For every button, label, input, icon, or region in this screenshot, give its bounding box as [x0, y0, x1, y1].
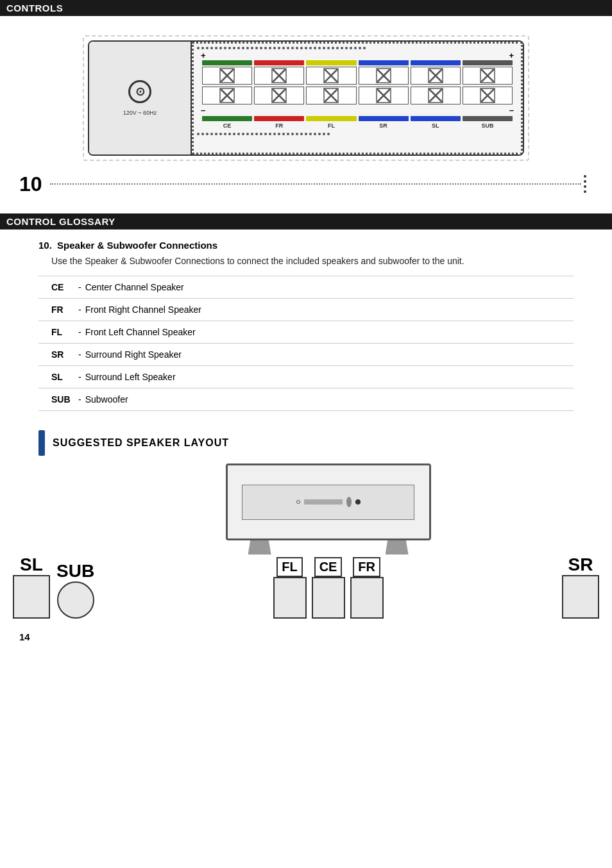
dot — [201, 47, 204, 49]
tv-foot-right — [386, 540, 409, 555]
speaker-connectors-row1 — [197, 67, 518, 85]
item-title: Speaker & Subwoofer Connections — [57, 240, 217, 251]
subitem-dash-sub: - — [78, 394, 81, 405]
channel-sl: SL — [411, 122, 461, 129]
glossary-subitem-fr: FR - Front Right Channel Speaker — [38, 298, 574, 321]
page-10-number: 10 — [19, 174, 42, 194]
color-bar-black — [463, 60, 513, 65]
dot — [327, 133, 330, 135]
dot — [255, 47, 258, 49]
connector-FL-1 — [306, 67, 356, 85]
bottom-dots-row — [197, 131, 518, 137]
plus-right: + — [509, 51, 514, 60]
dot — [228, 133, 231, 135]
dot — [251, 133, 253, 135]
subitem-label-sr: Surround Right Speaker — [85, 349, 182, 360]
tv-bar1 — [304, 499, 343, 505]
sl-speaker: SL — [13, 555, 50, 619]
v-dot — [584, 190, 586, 193]
subitem-dash-sr: - — [78, 349, 81, 360]
minus-right: – — [509, 105, 514, 115]
dot — [300, 133, 303, 135]
connector-CE-2 — [202, 87, 252, 104]
connector-x-icon — [219, 68, 235, 83]
dot — [318, 47, 321, 49]
dot — [233, 47, 235, 49]
dot — [314, 133, 316, 135]
dot — [237, 133, 240, 135]
dot — [309, 133, 312, 135]
connector-x-icon — [271, 88, 287, 103]
dot — [305, 47, 307, 49]
connector-x-icon — [376, 68, 391, 83]
dot — [210, 47, 213, 49]
dot — [300, 47, 303, 49]
connector-FR-1 — [254, 67, 304, 85]
sub-circle — [57, 581, 94, 619]
glossary-subitem-ce: CE - Center Channel Speaker — [38, 276, 574, 298]
color-bar-blue2-bot — [411, 116, 461, 121]
dot — [242, 133, 244, 135]
dot — [278, 47, 280, 49]
dot — [318, 133, 321, 135]
amp-right-panel: + + — [192, 42, 523, 154]
glossary-item-10-title: 10. Speaker & Subwoofer Connections — [38, 240, 574, 251]
sub-speaker: SUB — [56, 561, 94, 619]
page-10-row: 10 — [0, 174, 612, 194]
channel-labels: CE FR FL SR SL SUB — [197, 121, 518, 129]
controls-header: CONTROLS — [0, 0, 612, 16]
connector-x-icon — [376, 88, 391, 103]
v-dot — [584, 185, 586, 188]
color-bar-green-bot — [202, 116, 252, 121]
tv-knob — [346, 497, 352, 507]
dot — [260, 47, 262, 49]
dot — [255, 133, 258, 135]
center-speakers-row: FL CE FR — [273, 557, 384, 619]
connector-SR-1 — [359, 67, 409, 85]
dot — [296, 133, 298, 135]
plus-left: + — [201, 51, 206, 60]
subitem-key-ce: CE — [51, 282, 74, 292]
dot — [269, 133, 271, 135]
connector-x-icon — [428, 88, 443, 103]
sl-label: SL — [20, 555, 43, 575]
color-bar-yellow — [306, 60, 356, 65]
connector-SR-2 — [359, 87, 409, 104]
dotted-line — [50, 183, 581, 185]
fr-speaker: FR — [350, 557, 384, 619]
subitem-label-ce: Center Channel Speaker — [85, 282, 184, 292]
dot — [323, 133, 325, 135]
dot — [291, 133, 294, 135]
voltage-label: 120V ~ 60Hz — [123, 110, 157, 116]
amp-diagram-outer: ⊙ 120V ~ 60Hz + + — [83, 35, 529, 161]
tv-inner — [242, 485, 414, 520]
sr-speaker: SR — [562, 555, 599, 619]
connector-SUB-2 — [463, 87, 513, 104]
subitem-dash-ce: - — [78, 282, 81, 292]
dot — [237, 47, 240, 49]
minus-left: – — [201, 105, 205, 115]
connector-x-icon — [480, 68, 495, 83]
subitem-label-fl: Front Left Channel Speaker — [85, 327, 196, 337]
sl-rect — [13, 575, 50, 619]
dot — [197, 133, 200, 135]
page-14-number: 14 — [19, 631, 30, 642]
tv-dot2 — [355, 499, 361, 505]
glossary-header: CONTROL GLOSSARY — [0, 213, 612, 230]
dot — [336, 47, 339, 49]
fl-speaker: FL — [273, 557, 307, 619]
channel-sub: SUB — [463, 122, 513, 129]
dot — [323, 47, 325, 49]
dot — [309, 47, 312, 49]
subitem-key-fl: FL — [51, 327, 74, 337]
subitem-key-sub: SUB — [51, 394, 74, 405]
dot — [215, 47, 217, 49]
dot — [219, 47, 222, 49]
glossary-content: 10. Speaker & Subwoofer Connections Use … — [0, 230, 612, 417]
fl-label: FL — [276, 557, 302, 577]
dot — [305, 133, 307, 135]
subitem-dash-fr: - — [78, 305, 81, 315]
dot — [215, 133, 217, 135]
left-speakers: SL SUB — [13, 555, 94, 619]
dot — [201, 133, 204, 135]
